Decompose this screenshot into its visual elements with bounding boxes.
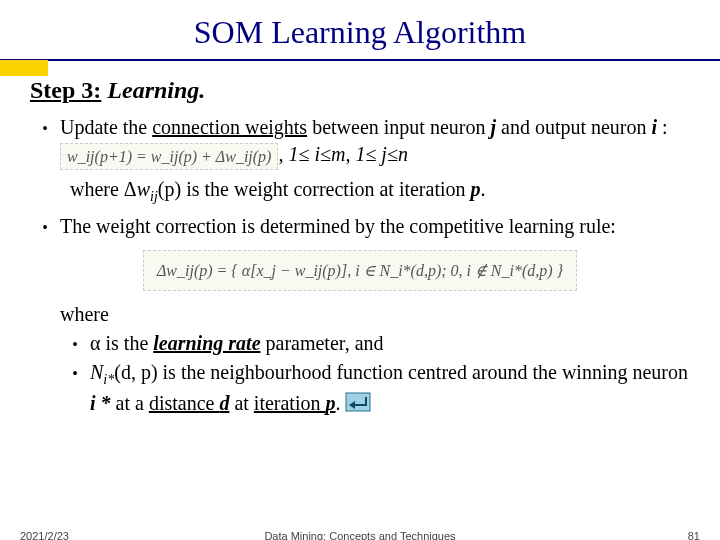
page-title: SOM Learning Algorithm: [0, 0, 720, 59]
equation-inline: w_ij(p+1) = w_ij(p) + Δw_ij(p): [60, 143, 278, 171]
bullet-1: • Update the connection weights between …: [30, 114, 690, 170]
s2-dist: distance: [149, 392, 220, 414]
bullet-dot: •: [60, 359, 90, 385]
s2-sub: i*: [103, 372, 114, 387]
bullet-dot: •: [60, 330, 90, 356]
step-header: Step 3: Learning.: [30, 77, 690, 104]
w1-dot: .: [481, 178, 486, 200]
bullet-dot: •: [30, 114, 60, 140]
w1-sub: ij: [150, 189, 158, 204]
s2-at1: at a: [111, 392, 149, 414]
bullet-1-body: Update the connection weights between in…: [60, 114, 690, 170]
w1-pre: where Δ: [70, 178, 137, 200]
b1-link: connection weights: [152, 116, 307, 138]
accent-bar: [0, 60, 48, 76]
s2-args: (d, p): [114, 361, 157, 383]
bullet-2: • The weight correction is determined by…: [30, 213, 690, 240]
b1-colon: :: [657, 116, 668, 138]
s2-at2: at: [229, 392, 253, 414]
return-icon[interactable]: [345, 392, 371, 419]
bullet-2-body: The weight correction is determined by t…: [60, 213, 690, 240]
s2-iter: iteration: [254, 392, 326, 414]
footer-center: Data Mining: Concepts and Techniques: [0, 530, 720, 540]
w1-pvar: p: [471, 178, 481, 200]
w1-post: is the weight correction at iteration: [181, 178, 470, 200]
s1-r2: parameter, and: [261, 332, 384, 354]
s2-d: d: [219, 392, 229, 414]
sub1-body: α is the learning rate parameter, and: [90, 330, 690, 357]
footer-page: 81: [688, 530, 700, 540]
s2-r1: is the neighbourhood function centred ar…: [158, 361, 688, 383]
sub-bullet-2: • Ni*(d, p) is the neighbourhood functio…: [60, 359, 690, 419]
b1-pre: Update the: [60, 116, 152, 138]
s1-alpha: α: [90, 332, 100, 354]
step-name: Learning.: [107, 77, 205, 103]
s2-dot: .: [335, 392, 340, 414]
step-label: Step 3:: [30, 77, 101, 103]
b1-range: , 1≤ i≤m, 1≤ j≤n: [278, 143, 407, 165]
where-2: where: [60, 301, 690, 328]
title-rule: [0, 59, 720, 61]
s1-lr: learning rate: [153, 332, 260, 354]
sub2-body: Ni*(d, p) is the neighbourhood function …: [90, 359, 690, 419]
w1-w: w: [137, 178, 150, 200]
w1-p: (p): [158, 178, 181, 200]
b1-mid: between input neuron: [307, 116, 490, 138]
b1-and: and output neuron: [496, 116, 652, 138]
where-1: where Δwij(p) is the weight correction a…: [70, 176, 690, 207]
s1-r1: is the: [100, 332, 153, 354]
sub-bullet-1: • α is the learning rate parameter, and: [60, 330, 690, 357]
s2-N: N: [90, 361, 103, 383]
s2-p: p: [325, 392, 335, 414]
equation-block: Δw_ij(p) = { α[x_j − w_ij(p)], i ∈ N_i*(…: [143, 250, 577, 291]
content-area: Step 3: Learning. • Update the connectio…: [0, 77, 720, 419]
s2-istar: i *: [90, 392, 111, 414]
bullet-dot: •: [30, 213, 60, 239]
